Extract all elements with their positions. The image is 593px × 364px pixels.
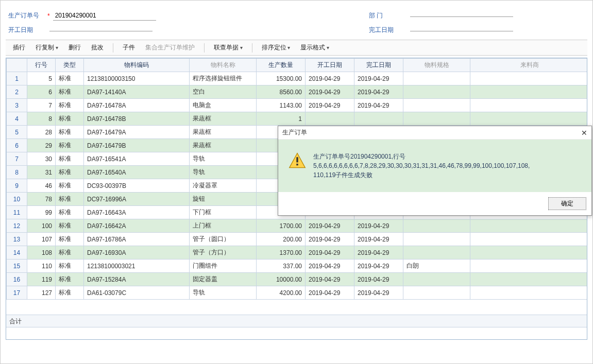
cell-name[interactable]: 管子（方口） <box>190 246 257 259</box>
cell-vendor[interactable] <box>470 233 588 246</box>
cell-start[interactable]: 2019-04-29 <box>306 219 354 233</box>
table-row[interactable]: 13107标准DA97-16786A管子（圆口）200.002019-04-29… <box>7 233 588 246</box>
ok-button[interactable]: 确定 <box>548 197 586 210</box>
col-rownum[interactable] <box>7 59 27 72</box>
cell-line[interactable]: 6 <box>27 85 56 99</box>
row-index[interactable]: 12 <box>7 219 27 233</box>
cell-line[interactable]: 100 <box>27 219 56 233</box>
cell-spec[interactable]: 白朗 <box>403 259 470 273</box>
cell-line[interactable]: 107 <box>27 233 56 246</box>
cell-type[interactable]: 标准 <box>56 112 84 126</box>
col-spec[interactable]: 物料规格 <box>403 59 470 72</box>
sort-locate-button[interactable]: 排序定位 <box>259 42 294 53</box>
cell-spec[interactable] <box>403 246 470 259</box>
sub-item-button[interactable]: 子件 <box>120 42 138 53</box>
table-row[interactable]: 15标准12138100003150程序选择旋钮组件15300.002019-0… <box>7 72 588 85</box>
cell-code[interactable]: DA97-16786A <box>84 233 190 246</box>
table-row[interactable]: 12100标准DA97-16642A上门框1700.002019-04-2920… <box>7 219 588 233</box>
cell-name[interactable]: 导轨 <box>190 286 257 300</box>
cell-start[interactable]: 2019-04-29 <box>306 246 354 259</box>
cell-line[interactable]: 99 <box>27 206 56 219</box>
order-no-input[interactable]: 201904290001 <box>53 11 156 21</box>
cell-spec[interactable] <box>403 233 470 246</box>
cell-type[interactable]: 标准 <box>56 152 84 166</box>
cell-code[interactable]: DA97-14140A <box>84 85 190 99</box>
col-name[interactable]: 物料名称 <box>190 59 257 72</box>
cell-code[interactable]: DA97-16479B <box>84 139 190 152</box>
cell-vendor[interactable] <box>470 85 588 99</box>
cell-code[interactable]: DA97-16478B <box>84 112 190 126</box>
row-index[interactable]: 15 <box>7 259 27 273</box>
row-index[interactable]: 14 <box>7 246 27 259</box>
cell-type[interactable]: 标准 <box>56 206 84 219</box>
row-index[interactable]: 2 <box>7 85 27 99</box>
row-index[interactable]: 3 <box>7 99 27 112</box>
col-type[interactable]: 类型 <box>56 59 84 72</box>
table-row[interactable]: 16119标准DA97-15284A固定器盖10000.002019-04-29… <box>7 273 588 286</box>
cell-vendor[interactable] <box>470 99 588 112</box>
cell-name[interactable]: 下门框 <box>190 206 257 219</box>
cell-type[interactable]: 标准 <box>56 179 84 193</box>
cell-line[interactable]: 28 <box>27 126 56 139</box>
copy-row-button[interactable]: 行复制 <box>32 42 61 53</box>
cell-code[interactable]: DA97-16541A <box>84 152 190 166</box>
cell-start[interactable]: 2019-04-29 <box>306 233 354 246</box>
cell-end[interactable]: 2019-04-29 <box>354 259 403 273</box>
row-index[interactable]: 7 <box>7 152 27 166</box>
insert-row-button[interactable]: 插行 <box>10 42 28 53</box>
table-row[interactable]: 17127标准DA61-03079C导轨4200.002019-04-29201… <box>7 286 588 300</box>
cell-line[interactable]: 30 <box>27 152 56 166</box>
cell-line[interactable]: 119 <box>27 273 56 286</box>
cell-line[interactable]: 46 <box>27 179 56 193</box>
batch-edit-button[interactable]: 批改 <box>88 42 107 53</box>
cell-line[interactable]: 8 <box>27 112 56 126</box>
cell-end[interactable] <box>354 112 403 126</box>
cell-name[interactable]: 固定器盖 <box>190 273 257 286</box>
cell-qty[interactable]: 200.00 <box>257 233 306 246</box>
col-qty[interactable]: 生产数量 <box>257 59 306 72</box>
cell-code[interactable]: DA61-03079C <box>84 286 190 300</box>
col-vendor[interactable]: 来料商 <box>470 59 588 72</box>
cell-type[interactable]: 标准 <box>56 85 84 99</box>
cell-name[interactable]: 旋钮 <box>190 193 257 206</box>
cell-type[interactable]: 标准 <box>56 246 84 259</box>
cell-spec[interactable] <box>403 85 470 99</box>
cell-type[interactable]: 标准 <box>56 72 84 85</box>
cell-name[interactable]: 果蔬框 <box>190 112 257 126</box>
cell-vendor[interactable] <box>470 72 588 85</box>
close-icon[interactable]: ✕ <box>581 129 587 137</box>
cell-qty[interactable]: 10000.00 <box>257 273 306 286</box>
cell-code[interactable]: 12138100003150 <box>84 72 190 85</box>
cell-spec[interactable] <box>403 112 470 126</box>
row-index[interactable]: 5 <box>7 126 27 139</box>
cell-start[interactable]: 2019-04-29 <box>306 72 354 85</box>
cell-vendor[interactable] <box>470 273 588 286</box>
row-index[interactable]: 16 <box>7 273 27 286</box>
cell-qty[interactable]: 1143.00 <box>257 99 306 112</box>
cell-end[interactable]: 2019-04-29 <box>354 246 403 259</box>
col-start[interactable]: 开工日期 <box>306 59 354 72</box>
cell-vendor[interactable] <box>470 286 588 300</box>
cell-vendor[interactable] <box>470 219 588 233</box>
cell-start[interactable]: 2019-04-29 <box>306 286 354 300</box>
cell-code[interactable]: DA97-16642A <box>84 219 190 233</box>
cell-type[interactable]: 标准 <box>56 139 84 152</box>
cell-code[interactable]: DC93-00397B <box>84 179 190 193</box>
cell-qty[interactable]: 8560.00 <box>257 85 306 99</box>
cell-code[interactable]: DA97-15284A <box>84 273 190 286</box>
table-row[interactable]: 48标准DA97-16478B果蔬框1 <box>7 112 588 126</box>
cell-name[interactable]: 导轨 <box>190 166 257 179</box>
cell-end[interactable]: 2019-04-29 <box>354 85 403 99</box>
cell-code[interactable]: DA97-16930A <box>84 246 190 259</box>
cell-end[interactable]: 2019-04-29 <box>354 233 403 246</box>
cell-line[interactable]: 110 <box>27 259 56 273</box>
cell-type[interactable]: 标准 <box>56 99 84 112</box>
cell-start[interactable]: 2019-04-29 <box>306 273 354 286</box>
cell-type[interactable]: 标准 <box>56 193 84 206</box>
cell-vendor[interactable] <box>470 246 588 259</box>
cell-name[interactable]: 果蔬框 <box>190 126 257 139</box>
cell-vendor[interactable] <box>470 259 588 273</box>
row-index[interactable]: 4 <box>7 112 27 126</box>
cell-code[interactable]: DA97-16478A <box>84 99 190 112</box>
row-index[interactable]: 6 <box>7 139 27 152</box>
